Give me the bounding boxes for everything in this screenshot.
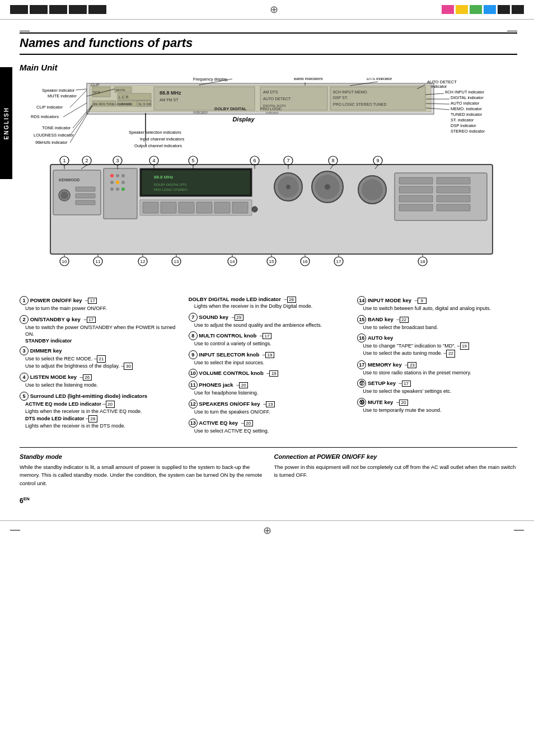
svg-point-84	[121, 174, 125, 177]
svg-point-90	[121, 187, 125, 191]
item-power: 1 POWER ON/OFF key –17 Use to turn the m…	[20, 296, 180, 312]
page-number: 6EN	[20, 496, 517, 505]
svg-text:indicator: indicator	[431, 84, 447, 89]
svg-text:Display: Display	[232, 116, 255, 123]
callout-12: 12	[189, 400, 198, 408]
svg-point-88	[110, 187, 114, 191]
svg-rect-97	[143, 202, 158, 213]
item-speakers: 12 SPEAKERS ON/OFF key –19 Use to turn t…	[189, 400, 349, 416]
svg-text:DTS indicator: DTS indicator	[367, 78, 392, 81]
svg-rect-113	[437, 177, 470, 184]
svg-point-89	[116, 187, 119, 191]
svg-text:ST. indicator: ST. indicator	[451, 118, 474, 123]
main-diagram-svg: SP⑩ MUTE L C R LFE SW 88.8 MHz AM FM ST …	[20, 78, 518, 290]
svg-text:5: 5	[191, 158, 194, 163]
english-sidebar: ENGLISH	[0, 67, 12, 179]
item-page-9: –19	[263, 352, 274, 358]
svg-rect-99	[179, 202, 194, 213]
svg-text:PRO LOGIC  STEREO: PRO LOGIC STEREO	[154, 188, 188, 191]
item-desc-19: Use to temporarily mute the sound.	[363, 407, 517, 414]
svg-rect-81	[104, 168, 137, 219]
standby-title: Standby mode	[20, 453, 263, 460]
item-page-10: –19	[266, 370, 278, 376]
item-phones: 11 PHONES jack –20 Use for headphone lis…	[189, 381, 349, 397]
item-page-2: –17	[84, 317, 96, 322]
svg-text:14: 14	[230, 259, 235, 264]
svg-text:88.8 MHz: 88.8 MHz	[160, 90, 181, 96]
svg-text:LOUDNESS  indicator: LOUDNESS indicator	[34, 133, 74, 138]
svg-rect-78	[76, 187, 95, 191]
svg-rect-117	[437, 195, 470, 202]
item-page-18: –17	[399, 381, 411, 386]
svg-text:DIGITAL indicator: DIGITAL indicator	[451, 95, 484, 100]
item-page-15: –22	[397, 317, 409, 322]
item-desc-15: Use to select the broadcast band.	[363, 324, 517, 331]
svg-text:96k  RDS TONE LOUDNESS: 96k RDS TONE LOUDNESS	[93, 102, 133, 106]
svg-text:L  C  R: L C R	[119, 95, 129, 99]
svg-text:18: 18	[420, 259, 425, 264]
item-listen: 4 LISTEN MODE key –26 Use to select the …	[20, 373, 180, 389]
item-mute: ⑲ MUTE key –20 Use to temporarily mute t…	[357, 398, 517, 414]
svg-text:DOLBY DIGITAL  DTS: DOLBY DIGITAL DTS	[154, 183, 186, 186]
svg-text:Band indicators: Band indicators	[294, 78, 323, 81]
svg-line-66	[70, 106, 92, 143]
svg-text:CLIP: CLIP	[91, 83, 100, 87]
svg-text:6CH INPUT indicator: 6CH INPUT indicator	[445, 90, 484, 95]
item-title-11: PHONES jack	[199, 382, 233, 388]
item-sound: 7 SOUND key –29 Use to adjust the sound …	[189, 313, 349, 329]
item-surround-led: 5 Surround LED (light-emitting diode) in…	[20, 392, 180, 430]
item-title-13: ACTIVE EQ key	[199, 420, 238, 426]
item-desc-9: Use to select the input sources.	[194, 359, 349, 367]
item-desc-13: Use to select ACTIVE EQ setting.	[194, 428, 349, 435]
item-desc-5a: ACTIVE EQ mode LED indicator –20 Lights …	[25, 401, 180, 430]
svg-text:CLIP indicator: CLIP indicator	[36, 105, 63, 110]
callout-11: 11	[189, 381, 198, 389]
svg-text:TONE indicator: TONE indicator	[42, 125, 71, 130]
item-desc-4: Use to select the listening mode.	[25, 382, 180, 389]
svg-text:DSP indicator: DSP indicator	[451, 123, 476, 128]
item-desc-8: Use to control a variety of settings.	[194, 340, 349, 348]
bottom-sections: Standby mode While the standby indicator…	[20, 447, 517, 487]
svg-text:1: 1	[63, 158, 65, 163]
item-input-mode: 14 INPUT MODE key –9 Use to switch betwe…	[357, 296, 517, 312]
svg-text:AM  DTS: AM DTS	[263, 90, 278, 94]
svg-text:11: 11	[96, 259, 101, 264]
svg-text:DSP  ST.: DSP ST.	[333, 96, 348, 100]
item-memory: 17 MEMORY key –23 Use to store radio sta…	[357, 360, 517, 377]
item-desc-16: Use to change "TAPE" indication to "MD".…	[363, 342, 517, 357]
item-desc-3: Use to select the REC MODE. –21Use to ad…	[25, 355, 180, 370]
callout-1: 1	[20, 296, 29, 305]
svg-point-82	[110, 174, 114, 177]
item-volume: 10 VOLUME CONTROL knob –19	[189, 369, 349, 378]
svg-rect-119	[437, 204, 470, 211]
item-band: 15 BAND key –22 Use to select the broadc…	[357, 315, 517, 331]
item-desc-7: Use to adjust the sound quality and the …	[194, 322, 349, 329]
callout-19: ⑲	[357, 398, 366, 407]
items-col1: 1 POWER ON/OFF key –17 Use to turn the m…	[20, 296, 180, 437]
standby-text: While the standby indicator is lit, a sm…	[20, 463, 263, 487]
svg-rect-98	[161, 202, 176, 213]
svg-text:17: 17	[336, 259, 341, 264]
svg-text:PRO LOGIC: PRO LOGIC	[260, 107, 282, 111]
callout-17: 17	[357, 360, 366, 369]
svg-text:15: 15	[269, 259, 274, 264]
item-desc-14: Use to switch between full auto, digital…	[363, 305, 517, 312]
svg-text:TUNED indicator: TUNED indicator	[451, 112, 483, 117]
item-title-8: MULTI CONTROL knob	[199, 332, 256, 339]
callout-7: 7	[189, 313, 198, 322]
page-title: Names and functions of parts	[20, 36, 517, 55]
item-standby: 2 ON/STANDBY ψ key –17 Use to switch the…	[20, 315, 180, 344]
item-page-8: –17	[260, 333, 271, 339]
item-title-6: DOLBY DIGITAL mode LED indicator	[189, 296, 281, 302]
svg-rect-118	[399, 204, 433, 211]
svg-point-120	[252, 206, 257, 212]
callout-2: 2	[20, 315, 29, 324]
svg-text:Output channel indicators: Output channel indicators	[134, 143, 182, 148]
svg-point-87	[121, 181, 125, 184]
item-input-selector: 9 INPUT SELECTOR knob –19 Use to select …	[189, 350, 349, 367]
svg-text:Input channel indicators: Input channel indicators	[140, 137, 184, 142]
item-auto: 16 AUTO key Use to change "TAPE" indicat…	[357, 334, 517, 357]
callout-8: 8	[189, 331, 198, 340]
item-page-13: –20	[241, 420, 253, 426]
item-desc-2: Use to switch the power ON/STANDBY when …	[25, 324, 180, 338]
